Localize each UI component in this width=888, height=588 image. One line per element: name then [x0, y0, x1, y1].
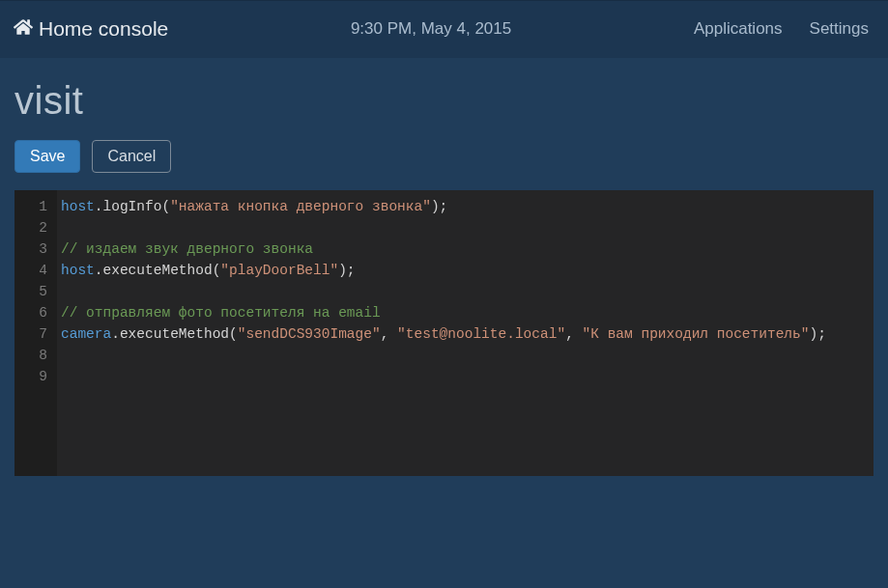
code-token: "К вам приходил посетитель" [583, 326, 810, 342]
line-number: 9 [14, 366, 47, 387]
navbar: Home console 9:30 PM, May 4, 2015 Applic… [0, 0, 888, 58]
code-line[interactable] [61, 366, 826, 387]
line-number: 6 [14, 302, 47, 323]
page-title: visit [14, 79, 874, 123]
code-token: . [111, 326, 120, 342]
code-line[interactable] [61, 217, 826, 238]
code-line[interactable]: // издаем звук дверного звонка [61, 238, 826, 260]
code-token: host [61, 199, 95, 214]
code-token: "нажата кнопка дверного звонка" [170, 199, 431, 214]
line-number: 4 [14, 260, 47, 281]
code-token: logInfo [103, 199, 162, 214]
code-token: host [61, 263, 95, 278]
line-number: 7 [14, 323, 47, 345]
code-token: . [95, 263, 103, 278]
code-token: . [95, 199, 103, 214]
page-container: visit Save Cancel 123456789 host.logInfo… [0, 58, 888, 476]
code-token: ( [161, 199, 170, 214]
code-token: // издаем звук дверного звонка [61, 241, 313, 257]
code-token: camera [61, 326, 111, 342]
code-line[interactable]: host.executeMethod("playDoorBell"); [61, 260, 826, 281]
clock: 9:30 PM, May 4, 2015 [168, 19, 694, 39]
save-button[interactable]: Save [14, 140, 80, 173]
code-line[interactable] [61, 345, 826, 366]
code-token: ); [338, 263, 355, 278]
nav-links: Applications Settings [694, 19, 869, 39]
code-token: , [565, 326, 582, 342]
nav-settings[interactable]: Settings [810, 19, 869, 39]
code-token: executeMethod [120, 326, 229, 342]
code-token: ); [809, 326, 825, 342]
line-number: 1 [14, 196, 47, 217]
code-token: "test@noolite.local" [397, 326, 565, 342]
code-line[interactable] [61, 281, 826, 302]
line-number: 5 [14, 281, 47, 302]
code-token: "playDoorBell" [220, 263, 338, 278]
code-token: ); [431, 199, 447, 214]
code-line[interactable]: camera.executeMethod("sendDCS930Image", … [61, 323, 826, 345]
brand-text: Home console [39, 17, 168, 41]
code-token: // отправляем фото посетителя на email [61, 305, 381, 321]
code-line[interactable]: host.logInfo("нажата кнопка дверного зво… [61, 196, 826, 217]
cancel-button[interactable]: Cancel [92, 140, 171, 173]
line-number-gutter: 123456789 [14, 190, 57, 476]
brand-link[interactable]: Home console [14, 17, 168, 41]
code-area[interactable]: host.logInfo("нажата кнопка дверного зво… [57, 190, 826, 476]
code-line[interactable]: // отправляем фото посетителя на email [61, 302, 826, 323]
code-token: "sendDCS930Image" [238, 326, 381, 342]
nav-applications[interactable]: Applications [694, 19, 783, 39]
code-token: executeMethod [103, 263, 213, 278]
line-number: 2 [14, 217, 47, 238]
code-editor[interactable]: 123456789 host.logInfo("нажата кнопка дв… [14, 190, 874, 476]
button-row: Save Cancel [14, 140, 874, 173]
line-number: 8 [14, 345, 47, 366]
code-token: ( [229, 326, 238, 342]
code-token: , [381, 326, 397, 342]
home-icon [14, 17, 33, 41]
line-number: 3 [14, 238, 47, 260]
